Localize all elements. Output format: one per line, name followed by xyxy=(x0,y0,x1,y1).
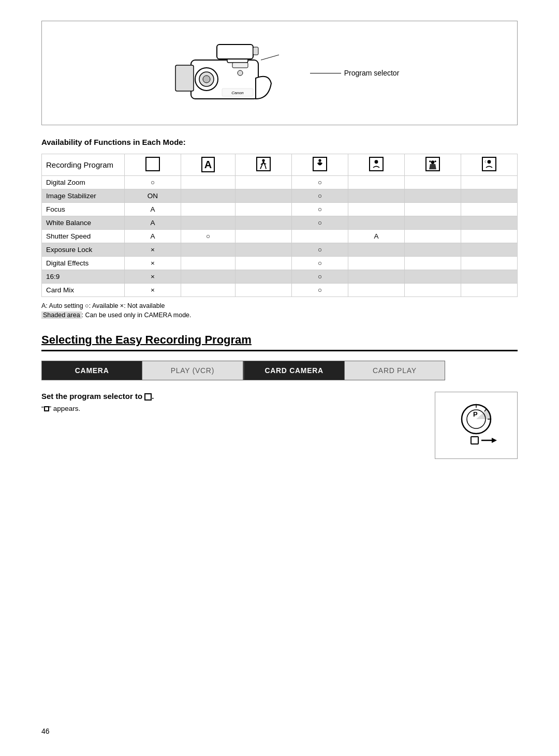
svg-marker-23 xyxy=(429,164,436,169)
row-val xyxy=(236,189,292,203)
page-number: 46 xyxy=(41,727,50,735)
svg-rect-5 xyxy=(217,45,253,59)
row-val xyxy=(461,270,517,284)
row-val xyxy=(461,257,517,270)
legend-1: A: Auto setting ○: Available ×: Not avai… xyxy=(41,302,518,309)
row-val: ○ xyxy=(292,203,348,216)
table-row: White Balance A ○ xyxy=(42,216,518,230)
row-val xyxy=(348,176,405,189)
row-val xyxy=(348,189,405,203)
col-header-4 xyxy=(348,154,405,176)
row-val xyxy=(236,176,292,189)
tab-play-vcr[interactable]: PLAY (VCR) xyxy=(142,361,243,380)
tab-camera[interactable]: CAMERA xyxy=(42,361,142,380)
row-val xyxy=(405,270,461,284)
row-val xyxy=(405,203,461,216)
row-val: A xyxy=(125,230,181,243)
svg-text:☾: ☾ xyxy=(484,160,488,164)
row-val xyxy=(236,270,292,284)
program-selector-label: Program selector xyxy=(344,69,400,77)
svg-rect-34 xyxy=(471,437,478,444)
col-header-0 xyxy=(125,154,181,176)
row-val xyxy=(236,243,292,257)
selector-svg: P xyxy=(445,399,507,451)
tab-card-camera[interactable]: CARD CAMERA xyxy=(244,361,345,380)
row-val xyxy=(236,216,292,230)
row-val xyxy=(461,243,517,257)
row-label: Shutter Speed xyxy=(42,230,125,243)
row-val xyxy=(405,284,461,297)
row-val: ○ xyxy=(292,243,348,257)
camera-diagram: Canon xyxy=(160,32,295,114)
row-val xyxy=(461,203,517,216)
row-label: Card Mix xyxy=(42,284,125,297)
row-val xyxy=(405,176,461,189)
svg-marker-36 xyxy=(492,438,497,443)
row-val xyxy=(348,284,405,297)
svg-point-20 xyxy=(319,159,321,162)
row-val xyxy=(236,203,292,216)
svg-rect-6 xyxy=(253,47,258,55)
selector-image: P xyxy=(435,392,518,459)
step-text: “” appears. xyxy=(41,405,435,412)
col-header-6: ☾ xyxy=(461,154,517,176)
row-val xyxy=(348,257,405,270)
row-val xyxy=(181,216,235,230)
table-row: Exposure Lock × ○ xyxy=(42,243,518,257)
row-val xyxy=(236,257,292,270)
row-label: Digital Effects xyxy=(42,257,125,270)
tab-card-play[interactable]: CARD PLAY xyxy=(345,361,445,380)
row-label: 16:9 xyxy=(42,270,125,284)
svg-line-19 xyxy=(263,163,266,164)
row-val xyxy=(405,230,461,243)
table-row: Focus A ○ xyxy=(42,203,518,216)
row-val xyxy=(461,176,517,189)
svg-point-8 xyxy=(238,70,243,76)
row-val: × xyxy=(125,257,181,270)
svg-point-21 xyxy=(375,160,378,164)
svg-line-12 xyxy=(261,55,279,60)
svg-line-17 xyxy=(266,166,267,169)
row-val xyxy=(348,216,405,230)
row-val xyxy=(181,270,235,284)
row-val xyxy=(181,243,235,257)
main-section-title: Selecting the Easy Recording Program xyxy=(41,333,518,351)
row-val xyxy=(181,257,235,270)
svg-line-18 xyxy=(261,163,263,165)
svg-text:Canon: Canon xyxy=(231,91,244,95)
row-val: ○ xyxy=(125,176,181,189)
svg-rect-9 xyxy=(175,65,194,91)
row-val xyxy=(181,189,235,203)
row-val xyxy=(461,189,517,203)
row-val xyxy=(405,189,461,203)
diagram-box: Canon Program selector xyxy=(41,21,518,125)
svg-point-13 xyxy=(262,159,265,162)
row-val: ○ xyxy=(292,284,348,297)
availability-section: Availability of Functions in Each Mode: … xyxy=(41,138,518,319)
row-label: Digital Zoom xyxy=(42,176,125,189)
svg-point-24 xyxy=(429,160,431,162)
svg-point-25 xyxy=(434,160,436,162)
step-heading: Set the program selector to . xyxy=(41,392,435,401)
availability-table: Recording Program A xyxy=(41,154,518,297)
row-label: Focus xyxy=(42,203,125,216)
table-row: Shutter Speed A ○ A xyxy=(42,230,518,243)
svg-line-16 xyxy=(260,166,262,169)
row-val: × xyxy=(125,270,181,284)
row-val: ○ xyxy=(292,176,348,189)
row-val: A xyxy=(125,216,181,230)
row-val: × xyxy=(125,284,181,297)
row-val xyxy=(461,284,517,297)
svg-point-22 xyxy=(431,160,435,164)
row-val xyxy=(348,203,405,216)
row-val: ○ xyxy=(181,230,235,243)
svg-rect-7 xyxy=(232,63,248,68)
row-val: A xyxy=(125,203,181,216)
row-val xyxy=(461,216,517,230)
row-val: A xyxy=(348,230,405,243)
row-val xyxy=(181,284,235,297)
row-val xyxy=(348,270,405,284)
row-val xyxy=(348,243,405,257)
svg-point-26 xyxy=(488,160,491,164)
row-val xyxy=(292,230,348,243)
